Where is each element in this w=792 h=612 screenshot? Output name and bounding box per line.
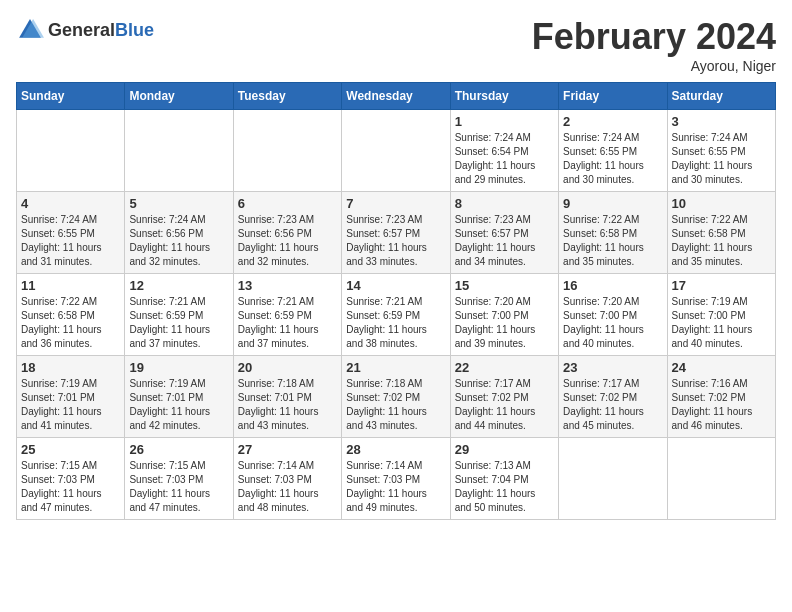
day-info: Sunrise: 7:22 AMSunset: 6:58 PMDaylight:… (563, 213, 662, 269)
day-info: Sunrise: 7:13 AMSunset: 7:04 PMDaylight:… (455, 459, 554, 515)
day-info: Sunrise: 7:15 AMSunset: 7:03 PMDaylight:… (21, 459, 120, 515)
day-number: 26 (129, 442, 228, 457)
day-number: 3 (672, 114, 771, 129)
day-info: Sunrise: 7:15 AMSunset: 7:03 PMDaylight:… (129, 459, 228, 515)
calendar-cell: 1Sunrise: 7:24 AMSunset: 6:54 PMDaylight… (450, 110, 558, 192)
calendar-cell (342, 110, 450, 192)
day-number: 4 (21, 196, 120, 211)
calendar-cell (559, 438, 667, 520)
day-number: 18 (21, 360, 120, 375)
calendar-cell: 28Sunrise: 7:14 AMSunset: 7:03 PMDayligh… (342, 438, 450, 520)
calendar-cell: 15Sunrise: 7:20 AMSunset: 7:00 PMDayligh… (450, 274, 558, 356)
page-header: GeneralBlue February 2024 Ayorou, Niger (16, 16, 776, 74)
day-info: Sunrise: 7:22 AMSunset: 6:58 PMDaylight:… (672, 213, 771, 269)
day-number: 14 (346, 278, 445, 293)
day-number: 2 (563, 114, 662, 129)
calendar-cell: 27Sunrise: 7:14 AMSunset: 7:03 PMDayligh… (233, 438, 341, 520)
day-number: 9 (563, 196, 662, 211)
day-number: 11 (21, 278, 120, 293)
day-headers-row: SundayMondayTuesdayWednesdayThursdayFrid… (17, 83, 776, 110)
day-number: 22 (455, 360, 554, 375)
day-number: 17 (672, 278, 771, 293)
calendar-cell: 10Sunrise: 7:22 AMSunset: 6:58 PMDayligh… (667, 192, 775, 274)
week-row-3: 11Sunrise: 7:22 AMSunset: 6:58 PMDayligh… (17, 274, 776, 356)
day-info: Sunrise: 7:20 AMSunset: 7:00 PMDaylight:… (563, 295, 662, 351)
day-info: Sunrise: 7:23 AMSunset: 6:57 PMDaylight:… (455, 213, 554, 269)
day-info: Sunrise: 7:19 AMSunset: 7:01 PMDaylight:… (21, 377, 120, 433)
day-number: 13 (238, 278, 337, 293)
day-info: Sunrise: 7:21 AMSunset: 6:59 PMDaylight:… (129, 295, 228, 351)
day-info: Sunrise: 7:14 AMSunset: 7:03 PMDaylight:… (238, 459, 337, 515)
logo-icon (16, 16, 44, 44)
calendar-cell: 20Sunrise: 7:18 AMSunset: 7:01 PMDayligh… (233, 356, 341, 438)
day-number: 19 (129, 360, 228, 375)
calendar-cell: 21Sunrise: 7:18 AMSunset: 7:02 PMDayligh… (342, 356, 450, 438)
calendar-cell: 17Sunrise: 7:19 AMSunset: 7:00 PMDayligh… (667, 274, 775, 356)
day-info: Sunrise: 7:24 AMSunset: 6:56 PMDaylight:… (129, 213, 228, 269)
logo-general-text: General (48, 20, 115, 40)
calendar-cell: 18Sunrise: 7:19 AMSunset: 7:01 PMDayligh… (17, 356, 125, 438)
calendar-cell: 4Sunrise: 7:24 AMSunset: 6:55 PMDaylight… (17, 192, 125, 274)
calendar-cell: 22Sunrise: 7:17 AMSunset: 7:02 PMDayligh… (450, 356, 558, 438)
calendar-cell: 6Sunrise: 7:23 AMSunset: 6:56 PMDaylight… (233, 192, 341, 274)
month-title: February 2024 (532, 16, 776, 58)
calendar-cell: 13Sunrise: 7:21 AMSunset: 6:59 PMDayligh… (233, 274, 341, 356)
day-info: Sunrise: 7:24 AMSunset: 6:55 PMDaylight:… (563, 131, 662, 187)
calendar-cell: 11Sunrise: 7:22 AMSunset: 6:58 PMDayligh… (17, 274, 125, 356)
calendar-cell: 16Sunrise: 7:20 AMSunset: 7:00 PMDayligh… (559, 274, 667, 356)
day-number: 7 (346, 196, 445, 211)
week-row-2: 4Sunrise: 7:24 AMSunset: 6:55 PMDaylight… (17, 192, 776, 274)
calendar-cell: 29Sunrise: 7:13 AMSunset: 7:04 PMDayligh… (450, 438, 558, 520)
day-header-thursday: Thursday (450, 83, 558, 110)
calendar-cell (125, 110, 233, 192)
calendar-cell: 2Sunrise: 7:24 AMSunset: 6:55 PMDaylight… (559, 110, 667, 192)
day-header-saturday: Saturday (667, 83, 775, 110)
day-number: 25 (21, 442, 120, 457)
day-info: Sunrise: 7:20 AMSunset: 7:00 PMDaylight:… (455, 295, 554, 351)
day-number: 27 (238, 442, 337, 457)
logo-blue-text: Blue (115, 20, 154, 40)
day-number: 23 (563, 360, 662, 375)
day-header-tuesday: Tuesday (233, 83, 341, 110)
day-info: Sunrise: 7:17 AMSunset: 7:02 PMDaylight:… (455, 377, 554, 433)
calendar-cell (17, 110, 125, 192)
day-info: Sunrise: 7:19 AMSunset: 7:00 PMDaylight:… (672, 295, 771, 351)
week-row-1: 1Sunrise: 7:24 AMSunset: 6:54 PMDaylight… (17, 110, 776, 192)
day-number: 21 (346, 360, 445, 375)
day-number: 20 (238, 360, 337, 375)
calendar-cell: 23Sunrise: 7:17 AMSunset: 7:02 PMDayligh… (559, 356, 667, 438)
day-info: Sunrise: 7:18 AMSunset: 7:01 PMDaylight:… (238, 377, 337, 433)
day-number: 12 (129, 278, 228, 293)
calendar-cell: 9Sunrise: 7:22 AMSunset: 6:58 PMDaylight… (559, 192, 667, 274)
week-row-5: 25Sunrise: 7:15 AMSunset: 7:03 PMDayligh… (17, 438, 776, 520)
calendar-cell: 12Sunrise: 7:21 AMSunset: 6:59 PMDayligh… (125, 274, 233, 356)
day-number: 24 (672, 360, 771, 375)
day-header-wednesday: Wednesday (342, 83, 450, 110)
calendar-cell: 3Sunrise: 7:24 AMSunset: 6:55 PMDaylight… (667, 110, 775, 192)
day-number: 6 (238, 196, 337, 211)
calendar-cell: 25Sunrise: 7:15 AMSunset: 7:03 PMDayligh… (17, 438, 125, 520)
calendar-cell: 14Sunrise: 7:21 AMSunset: 6:59 PMDayligh… (342, 274, 450, 356)
day-number: 1 (455, 114, 554, 129)
day-info: Sunrise: 7:21 AMSunset: 6:59 PMDaylight:… (346, 295, 445, 351)
day-info: Sunrise: 7:24 AMSunset: 6:55 PMDaylight:… (672, 131, 771, 187)
day-info: Sunrise: 7:18 AMSunset: 7:02 PMDaylight:… (346, 377, 445, 433)
day-number: 8 (455, 196, 554, 211)
day-number: 5 (129, 196, 228, 211)
day-header-sunday: Sunday (17, 83, 125, 110)
day-number: 15 (455, 278, 554, 293)
day-info: Sunrise: 7:23 AMSunset: 6:57 PMDaylight:… (346, 213, 445, 269)
day-header-monday: Monday (125, 83, 233, 110)
day-info: Sunrise: 7:24 AMSunset: 6:54 PMDaylight:… (455, 131, 554, 187)
title-block: February 2024 Ayorou, Niger (532, 16, 776, 74)
calendar-cell: 24Sunrise: 7:16 AMSunset: 7:02 PMDayligh… (667, 356, 775, 438)
day-number: 16 (563, 278, 662, 293)
calendar-cell: 7Sunrise: 7:23 AMSunset: 6:57 PMDaylight… (342, 192, 450, 274)
day-number: 28 (346, 442, 445, 457)
calendar-cell: 26Sunrise: 7:15 AMSunset: 7:03 PMDayligh… (125, 438, 233, 520)
day-info: Sunrise: 7:16 AMSunset: 7:02 PMDaylight:… (672, 377, 771, 433)
day-info: Sunrise: 7:17 AMSunset: 7:02 PMDaylight:… (563, 377, 662, 433)
calendar-cell: 5Sunrise: 7:24 AMSunset: 6:56 PMDaylight… (125, 192, 233, 274)
week-row-4: 18Sunrise: 7:19 AMSunset: 7:01 PMDayligh… (17, 356, 776, 438)
calendar-cell (667, 438, 775, 520)
